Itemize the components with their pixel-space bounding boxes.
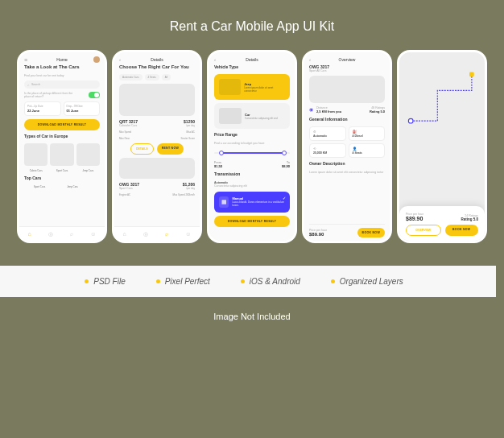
home-heading: Take a Look at The Cars: [24, 64, 100, 69]
info-cell: ⛽ 4 Diesel: [349, 126, 386, 141]
nav-location-icon[interactable]: ◎: [143, 231, 148, 238]
nav-home-icon[interactable]: ⌂: [28, 231, 31, 237]
menu-icon[interactable]: ≡: [24, 57, 27, 63]
book-now-button[interactable]: BOOK NOW: [357, 228, 385, 238]
dot-icon: [85, 279, 89, 283]
car-type-label: Cabrio Cars: [24, 169, 48, 172]
phone-details-filter: ‹ Details Vehicle Type Jeep Lorem ipsum …: [207, 50, 297, 243]
bottom-nav: ⌂ ◎ ⌕ ☺: [114, 226, 200, 241]
vehicle-thumb: [219, 79, 241, 95]
grid-icon: ▦: [219, 196, 229, 208]
header-title: Home: [56, 57, 67, 62]
price-slider[interactable]: [214, 148, 290, 158]
car-type-label: Sport Cars: [50, 169, 73, 172]
nav-home-icon[interactable]: ⌂: [123, 231, 126, 237]
nav-location-icon[interactable]: ◎: [48, 231, 53, 238]
back-icon[interactable]: ‹: [309, 57, 311, 62]
header: ‹ Details: [114, 52, 200, 64]
car-type-label: Jeep Cars: [57, 185, 88, 188]
rating-value: Rating 5.0: [370, 110, 385, 114]
pickup-toggle[interactable]: [89, 92, 100, 98]
section-top: Top Cars: [24, 176, 100, 180]
distance-value: 2,5 KM from you: [316, 110, 341, 114]
dropoff-label: Drop - Off Date: [67, 105, 97, 108]
bottom-nav: ⌂ ◎ ⌕ ☺: [19, 226, 105, 241]
search-input[interactable]: ⌕ Search: [24, 81, 100, 89]
feature-item: Organized Layers: [331, 277, 403, 286]
header-title: Overview: [339, 57, 356, 62]
car-card[interactable]: [76, 143, 100, 166]
header-title: Details: [151, 57, 163, 62]
price-range-heading: Price Range: [214, 132, 290, 137]
header: ‹ Overview: [304, 52, 390, 64]
feature-item: iOS & Android: [241, 277, 300, 286]
download-button[interactable]: DOWNLOAD MONTHLY RESULT: [214, 216, 290, 227]
section-types: Types of Car in Europe: [24, 134, 100, 138]
download-button[interactable]: DOWNLOAD MONTHLY RESULT: [24, 119, 100, 130]
vehicle-type-heading: Vehicle Type: [214, 64, 290, 69]
filter-chip[interactable]: 4 Seats: [145, 74, 159, 81]
feature-item: PSD File: [85, 277, 125, 286]
feature-strip: PSD File Pixel Perfect iOS & Android Org…: [0, 266, 496, 297]
spec-item: Max AC: [186, 130, 195, 134]
spec-item: Max Speed 280km/h: [172, 193, 195, 196]
vehicle-thumb: [219, 108, 242, 124]
info-cell: 👤 4 Seats: [349, 143, 386, 158]
back-icon[interactable]: ‹: [119, 57, 121, 62]
car-price-per: /per day: [183, 187, 195, 190]
slider-knob-max[interactable]: [282, 151, 287, 155]
slider-knob-min[interactable]: [219, 151, 224, 155]
dot-icon: [331, 279, 335, 283]
overview-button[interactable]: OVERVIEW: [406, 225, 441, 236]
auto-desc: Consectetur adipiscing elit: [214, 184, 247, 188]
transmission-manual[interactable]: ▦ Manual Lacus blandit. Donec elementum …: [214, 192, 290, 213]
nav-search-icon[interactable]: ⌕: [70, 231, 73, 237]
map-bottom-card: Price per hour $89.90 24 Ratings Rating …: [399, 206, 485, 241]
nav-profile-icon[interactable]: ☺: [185, 231, 191, 237]
dot-icon: [241, 279, 245, 283]
info-value: 4 Seats: [353, 151, 382, 155]
filter-chip[interactable]: Automatic Cars: [119, 74, 143, 81]
car-hero-image: [119, 158, 195, 179]
car-hero-image: [309, 76, 385, 103]
to-value: $8,90: [282, 164, 290, 168]
dropoff-date[interactable]: Drop - Off Date 01 June: [64, 101, 101, 116]
car-type-label: Jeep Cars: [76, 169, 100, 172]
pickup-value: 22 June: [27, 109, 58, 113]
rating-value: Rating 5.0: [461, 217, 478, 221]
info-value: 4 Diesel: [353, 134, 382, 138]
home-subheading: Find your best car for rent today: [24, 74, 100, 77]
filter-chip[interactable]: All: [162, 74, 171, 81]
pickup-date[interactable]: Pick - Up Date 22 June: [24, 101, 61, 116]
price-value: $89.90: [309, 232, 327, 237]
spec-item: Engine AC: [119, 193, 130, 196]
rent-button[interactable]: RENT NOW: [157, 143, 184, 155]
feature-label: iOS & Android: [250, 277, 300, 286]
feature-label: Organized Layers: [340, 277, 403, 286]
search-icon: ⌕: [27, 83, 29, 87]
back-icon[interactable]: ‹: [214, 57, 216, 62]
owner-heading: Owner Description: [309, 161, 385, 166]
nav-search-icon[interactable]: ⌕: [165, 231, 168, 237]
phone-overview: ‹ Overview OWG 3217 Sport All Cars ◉ Dis…: [302, 50, 392, 243]
nav-profile-icon[interactable]: ☺: [90, 231, 96, 237]
car-hero-image: [119, 84, 195, 116]
car-type: Cabriolet Cars: [119, 124, 138, 127]
car-type-label: Sport Cars: [24, 185, 55, 188]
dot-icon: [156, 279, 160, 283]
phone-home: ≡ Home Take a Look at The Cars Find your…: [17, 50, 107, 243]
vehicle-option-jeep[interactable]: Jeep Lorem ipsum dolor sit amet consecte…: [214, 74, 290, 100]
details-heading: Choose The Right Car For You: [119, 64, 195, 69]
fuel-icon: ⛽: [353, 130, 382, 134]
details-button[interactable]: DETAILS: [130, 143, 154, 155]
vehicle-option-car[interactable]: Car Consectetur adipiscing elit sed: [214, 103, 290, 129]
car-type: Sport All Cars: [309, 69, 385, 72]
book-now-button[interactable]: BOOK NOW: [445, 225, 479, 236]
car-card[interactable]: [50, 143, 73, 166]
avatar[interactable]: [93, 56, 100, 63]
car-card[interactable]: [24, 143, 48, 166]
gear-icon: ⚙: [313, 130, 342, 134]
pickup-label: Pick - Up Date: [27, 105, 58, 108]
feature-item: Pixel Perfect: [156, 277, 210, 286]
price-value: $89.90: [406, 216, 423, 221]
